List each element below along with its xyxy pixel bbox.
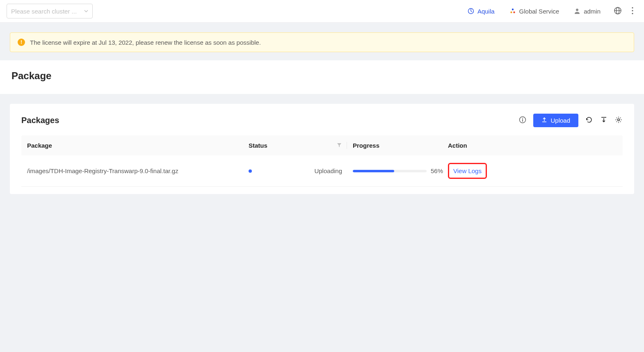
refresh-icon [585, 116, 593, 125]
license-alert-message: The license will expire at Jul 13, 2022,… [30, 39, 261, 46]
progress-percent-label: 56% [431, 167, 443, 174]
import-button[interactable] [600, 117, 608, 125]
globe-icon [614, 9, 622, 16]
view-logs-link[interactable]: View Logs [448, 163, 487, 179]
svg-point-9 [632, 10, 633, 11]
card-title: Packages [21, 116, 59, 125]
filter-icon[interactable] [337, 142, 342, 149]
status-dot-icon [249, 169, 252, 173]
warning-icon: ! [18, 39, 25, 46]
cell-status: Uploading [249, 167, 347, 174]
svg-point-3 [513, 11, 515, 13]
cluster-search-placeholder: Please search cluster ... [11, 8, 77, 15]
nav-global-service-label: Global Service [519, 8, 560, 15]
settings-button[interactable] [614, 117, 623, 125]
page-title: Package [0, 60, 644, 94]
cell-package: /images/TDH-Image-Registry-Transwarp-9.0… [27, 167, 249, 174]
card-actions: Upload [518, 114, 623, 127]
global-service-icon [509, 8, 516, 14]
top-bar: Please search cluster ... Aquila Global … [0, 0, 644, 23]
svg-point-4 [576, 9, 578, 11]
cluster-search-select[interactable]: Please search cluster ... [7, 4, 93, 18]
nav-aquila-label: Aquila [477, 8, 495, 15]
nav-user-label: admin [584, 8, 601, 15]
nav-global-service[interactable]: Global Service [502, 8, 567, 15]
col-header-package: Package [27, 142, 249, 149]
progress-bar [353, 170, 427, 172]
svg-point-10 [632, 13, 633, 14]
col-header-status-label: Status [249, 142, 267, 149]
gear-icon [615, 116, 622, 125]
upload-button[interactable]: Upload [533, 114, 578, 127]
more-vertical-icon [632, 9, 633, 16]
progress-bar-fill [353, 170, 394, 172]
info-icon [519, 116, 526, 125]
card-header: Packages Upload [21, 114, 623, 127]
svg-point-1 [512, 9, 513, 10]
svg-rect-13 [523, 119, 523, 122]
col-header-action: Action [448, 142, 617, 149]
info-button[interactable] [518, 117, 527, 125]
cell-action: View Logs [448, 163, 617, 179]
nav-aquila[interactable]: Aquila [460, 8, 502, 15]
svg-point-12 [522, 118, 523, 119]
packages-card: Packages Upload [10, 104, 634, 194]
upload-icon [541, 117, 547, 124]
license-alert: ! The license will expire at Jul 13, 202… [10, 32, 634, 52]
language-button[interactable] [608, 7, 628, 16]
more-menu-button[interactable] [628, 7, 637, 16]
cell-status-label: Uploading [314, 167, 342, 174]
import-icon [600, 116, 607, 125]
refresh-button[interactable] [585, 117, 593, 125]
col-header-progress: Progress [347, 142, 448, 149]
table-row: /images/TDH-Image-Registry-Transwarp-9.0… [21, 155, 623, 187]
svg-point-16 [618, 119, 620, 121]
nav-user[interactable]: admin [566, 8, 608, 15]
col-header-status: Status [249, 142, 347, 149]
svg-point-2 [510, 11, 512, 13]
table-header: Package Status Progress Action [21, 135, 623, 155]
aquila-icon [468, 8, 474, 14]
svg-point-8 [632, 7, 633, 8]
upload-button-label: Upload [550, 117, 570, 124]
cell-progress: 56% [347, 167, 448, 174]
chevron-down-icon [84, 9, 88, 13]
user-icon [574, 8, 580, 14]
